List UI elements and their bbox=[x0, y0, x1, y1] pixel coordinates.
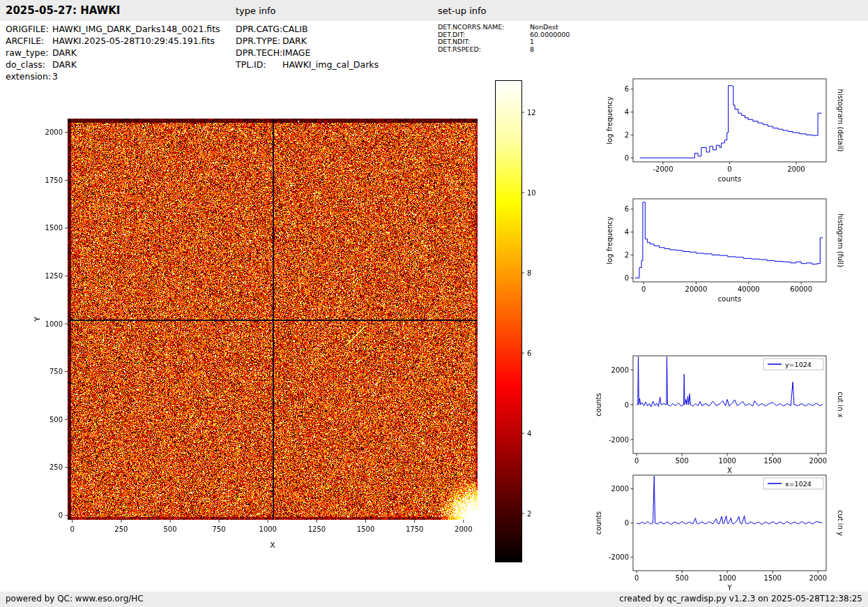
chart-group: 02000040000600000246countslog frequencyh… bbox=[606, 199, 844, 303]
tick-label: 0 bbox=[634, 457, 639, 465]
tick-label: 6 bbox=[625, 205, 629, 213]
meta-row: ORIGFILE:HAWKI_IMG_DARK_Darks148_0021.fi… bbox=[6, 23, 220, 35]
y-axis-label: Y bbox=[33, 317, 42, 322]
right-side-label: cut in y bbox=[837, 510, 844, 536]
header-bar: 2025-05-27: HAWKI type info set-up info bbox=[0, 0, 868, 21]
x-axis-label: counts bbox=[718, 295, 741, 303]
meta-value: 8 bbox=[530, 45, 534, 53]
axes-frame bbox=[633, 356, 826, 454]
meta-row: extension:3 bbox=[6, 70, 220, 82]
right-side-label: histogram (full) bbox=[837, 213, 844, 267]
colorbar-tick-label: 4 bbox=[527, 430, 531, 437]
tick-label: 60000 bbox=[790, 285, 812, 293]
tick-label: 6 bbox=[625, 85, 629, 93]
right-side-label: cut in x bbox=[837, 391, 844, 417]
data-series-line bbox=[635, 202, 823, 278]
meta-label: DET.NDIT: bbox=[438, 38, 530, 46]
tick-label: 0 bbox=[641, 285, 646, 293]
colorbar-tick-label: 12 bbox=[527, 109, 536, 117]
meta-label: ARCFILE: bbox=[6, 35, 52, 47]
footer-created-by: created by qc_rawdisp.py v1.2.3 on 2025-… bbox=[619, 594, 862, 604]
tick-label: -2000 bbox=[609, 436, 629, 444]
meta-row: DET.NDIT:1 bbox=[438, 38, 570, 46]
meta-value: 1 bbox=[530, 38, 534, 45]
tick-label: 2 bbox=[625, 251, 629, 259]
tick-label: 750 bbox=[213, 525, 226, 533]
tick-label: 1000 bbox=[719, 574, 736, 582]
tick-label: 2000 bbox=[611, 485, 629, 493]
histogram-detail-chart: -2000020000246countslog frequencyhistogr… bbox=[593, 70, 844, 206]
meta-value: HAWKI_img_cal_Darks bbox=[282, 59, 379, 70]
tick-label: 250 bbox=[50, 463, 63, 471]
footer-bar: powered by QC: www.eso.org/HC created by… bbox=[0, 592, 868, 607]
tick-label: -2000 bbox=[609, 553, 629, 561]
meta-row: DPR.TECH:IMAGE bbox=[236, 47, 379, 59]
tick-label: 1500 bbox=[764, 457, 782, 465]
colorbar-tick-label: 2 bbox=[527, 510, 531, 518]
meta-label: DPR.CATG: bbox=[236, 23, 282, 35]
colorbar-tick-label: 8 bbox=[527, 269, 531, 277]
colorbar-tick-label: 10 bbox=[527, 189, 536, 197]
meta-label: DET.NCORRS.NAME: bbox=[438, 24, 530, 31]
tick-label: 1250 bbox=[308, 525, 326, 533]
meta-label: DET.RSPEED: bbox=[438, 46, 530, 54]
meta-label: extension: bbox=[6, 70, 52, 82]
tick-label: 500 bbox=[676, 457, 689, 465]
meta-row: DPR.TYPE:DARK bbox=[236, 35, 379, 47]
cut-in-x-chart: 0500100015002000-200002000Xcountscut in … bbox=[593, 347, 844, 486]
meta-label: DPR.TYPE: bbox=[236, 35, 282, 47]
cut-in-y-chart: 0500100015002000-200002000Ycountscut in … bbox=[593, 466, 844, 606]
axes-frame bbox=[633, 199, 826, 282]
tick-label: 1500 bbox=[45, 224, 63, 232]
legend-label: x=1024 bbox=[785, 480, 812, 488]
meta-row: do_class:DARK bbox=[6, 59, 220, 70]
tick-label: 2000 bbox=[611, 366, 629, 374]
tick-label: 0 bbox=[625, 154, 629, 162]
page-title: 2025-05-27: HAWKI bbox=[6, 4, 120, 17]
tick-label: 40000 bbox=[738, 285, 760, 293]
tick-label: -2000 bbox=[653, 165, 673, 173]
tick-label: 1500 bbox=[764, 574, 782, 582]
tick-label: 2000 bbox=[809, 457, 827, 465]
chart-group: 0500100015002000-200002000Xcountscut in … bbox=[595, 356, 844, 474]
type-info-heading: type info bbox=[236, 6, 276, 16]
meta-label: do_class: bbox=[6, 59, 52, 70]
meta-value: 60.0000000 bbox=[530, 31, 570, 38]
chart-group: 0500100015002000-200002000Ycountscut in … bbox=[595, 475, 844, 592]
x-axis-label: X bbox=[727, 467, 732, 474]
meta-value: DARK bbox=[52, 59, 77, 70]
legend-box bbox=[763, 359, 823, 370]
tick-label: 2 bbox=[625, 131, 629, 139]
histogram-full-chart: 02000040000600000246countslog frequencyh… bbox=[593, 190, 844, 326]
tick-label: 2000 bbox=[809, 574, 827, 582]
axes-frame bbox=[633, 79, 826, 162]
tick-label: 500 bbox=[676, 574, 689, 582]
meta-value: HAWKI.2025-05-28T10:29:45.191.fits bbox=[52, 36, 215, 46]
meta-row: TPL.ID:HAWKI_img_cal_Darks bbox=[236, 59, 379, 70]
qc-report-page: 2025-05-27: HAWKI type info set-up info … bbox=[0, 0, 868, 607]
tick-label: 1250 bbox=[45, 272, 63, 280]
colorbar bbox=[495, 80, 521, 562]
footer-powered-by: powered by QC: www.eso.org/HC bbox=[6, 594, 144, 604]
tick-label: 4 bbox=[625, 228, 629, 236]
tick-label: 1000 bbox=[719, 457, 736, 465]
meta-row: raw_type:DARK bbox=[6, 47, 220, 59]
tick-label: 1750 bbox=[406, 525, 423, 533]
tick-label: 0 bbox=[70, 525, 75, 533]
file-info-block: ORIGFILE:HAWKI_IMG_DARK_Darks148_0021.fi… bbox=[6, 23, 220, 82]
meta-value: CALIB bbox=[282, 24, 308, 34]
meta-row: ARCFILE:HAWKI.2025-05-28T10:29:45.191.fi… bbox=[6, 35, 220, 47]
detector-image bbox=[68, 119, 478, 520]
tick-label: 500 bbox=[50, 416, 63, 424]
tick-label: 0 bbox=[59, 511, 63, 519]
meta-value: 3 bbox=[52, 71, 58, 82]
meta-value: DARK bbox=[282, 36, 307, 46]
tick-label: 1500 bbox=[357, 525, 374, 533]
tick-label: 1750 bbox=[45, 177, 63, 184]
x-axis-label: Y bbox=[726, 584, 732, 592]
y-axis-label: log frequency bbox=[606, 216, 614, 264]
tick-label: 0 bbox=[625, 401, 629, 409]
meta-value: NonDest bbox=[530, 23, 558, 31]
tick-label: 0 bbox=[634, 574, 639, 582]
meta-row: DET.RSPEED:8 bbox=[438, 46, 570, 54]
